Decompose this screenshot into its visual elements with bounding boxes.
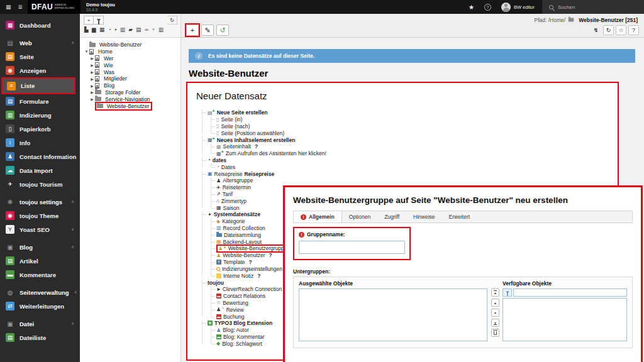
pagetree-node-wie[interactable]: ▶Wie xyxy=(84,62,180,69)
sidebar-item-kommentare[interactable]: ▬Kommentare xyxy=(0,268,80,282)
pagetree-node-storage-folder[interactable]: ▶Storage Folder xyxy=(84,89,180,96)
tab-allgemein[interactable]: !Allgemein xyxy=(294,211,342,222)
pagetree-toggle-icon[interactable]: ≣ xyxy=(18,4,23,10)
help-question-icon[interactable]: ? xyxy=(249,259,252,265)
delete-button[interactable] xyxy=(491,329,499,337)
sidebar-item-toujou-theme[interactable]: ◉toujou Theme xyxy=(0,209,80,222)
sidebar-item-blog[interactable]: ▣Blog∧ xyxy=(0,240,80,254)
refresh-tree-button[interactable]: ↻ xyxy=(167,16,177,25)
wizard-item-seite-in[interactable]: ▯Seite (in) xyxy=(216,116,244,123)
sidebar-item-anzeigen[interactable]: ◉Anzeigen xyxy=(0,63,80,77)
expander-icon[interactable]: ▶ xyxy=(89,97,95,101)
help-question-icon[interactable]: ? xyxy=(257,273,260,279)
wizard-item-zimmertyp[interactable]: ⌂Zimmertyp xyxy=(216,197,248,204)
wizard-item-reisetermin[interactable]: ✈Reisetermin xyxy=(216,184,253,191)
help-question-icon[interactable]: ? xyxy=(269,252,272,258)
wizard-item-template[interactable]: TTemplate? xyxy=(216,259,254,266)
wizard-item-seiteninhalt[interactable]: ▦Seiteninhalt? xyxy=(216,143,260,150)
wizard-item-seite-nach[interactable]: ▯Seite (nach) xyxy=(216,123,252,130)
wizard-item-cleverreach-connection[interactable]: ➤CleverReach Connection xyxy=(216,286,284,293)
tab-optionen[interactable]: Optionen xyxy=(342,211,378,222)
expander-icon[interactable]: ▼ xyxy=(84,50,89,53)
wizard-item-dateisammlung[interactable]: Dateisammlung xyxy=(216,231,263,238)
selected-objects-listbox[interactable] xyxy=(299,288,487,341)
expander-icon[interactable]: ▶ xyxy=(89,63,95,67)
edit-page-button[interactable]: ✎ xyxy=(201,25,214,36)
sidebar-item-indizierung[interactable]: ▥Indizierung xyxy=(0,108,80,122)
help-question-icon[interactable]: ? xyxy=(255,143,258,150)
help-button[interactable]: ? xyxy=(628,25,639,35)
wizard-item-blog-autor[interactable]: ♟Blog: Autor xyxy=(216,327,251,334)
pagetree-node-was[interactable]: ▶Was xyxy=(84,69,180,75)
available-objects-listbox[interactable] xyxy=(502,298,627,341)
sidebar-item-data-import[interactable]: ☁Data Import xyxy=(0,163,80,177)
reload-button[interactable]: ↻ xyxy=(603,25,614,35)
expander-icon[interactable]: ▶ xyxy=(89,77,95,81)
sidebar-item-info[interactable]: iInfo xyxy=(0,136,80,150)
wizard-item-indizierungseinstellungen[interactable]: Indizierungseinstellungen? xyxy=(216,266,291,273)
drag-pagetype-icon-11[interactable]: ▥ xyxy=(158,27,164,33)
drag-pagetype-icon-1[interactable]: ▙ xyxy=(84,27,89,33)
open-recycler-button[interactable]: ↺ xyxy=(216,25,229,36)
sidebar-item-web[interactable]: ▤Web∧ xyxy=(0,36,80,50)
bookmarks-icon[interactable]: ★ xyxy=(469,4,474,11)
modulemenu-toggle-icon[interactable]: ▦ xyxy=(6,4,11,10)
drag-pagetype-icon-7[interactable]: ▰ xyxy=(128,27,133,33)
pagetree-node-website-benutzer[interactable]: Website-Benutzer xyxy=(84,102,180,109)
wizard-item-interne-notiz[interactable]: Interne Notiz? xyxy=(216,272,262,279)
sidebar-item-weiterleitungen[interactable]: ⇄Weiterleitungen xyxy=(0,299,80,313)
sidebar-item-formulare[interactable]: ▤Formulare xyxy=(0,94,80,108)
expander-icon[interactable]: ▶ xyxy=(89,70,95,74)
pagetree-node-website-benutzer[interactable]: Website-Benutzer xyxy=(84,41,180,48)
move-up-button[interactable]: ▲ xyxy=(491,299,499,307)
wizard-item-zum-aufrufen-des-assistenten-hier-klicken[interactable]: ▦+Zum Aufrufen des Assistenten hier klic… xyxy=(216,150,328,157)
wizard-item-tarif[interactable]: ⇗Tarif xyxy=(216,191,235,198)
sidebar-item-seitenverwaltung[interactable]: ◍Seitenverwaltung∧ xyxy=(0,285,80,299)
gruppenname-input[interactable] xyxy=(299,241,405,254)
sidebar-item-contact-information[interactable]: ♟Contact Information xyxy=(0,150,80,163)
expander-icon[interactable]: ▶ xyxy=(89,90,95,94)
new-page-button[interactable]: + xyxy=(84,16,94,25)
available-filter-input[interactable] xyxy=(513,288,627,297)
drag-pagetype-icon-2[interactable]: ▆ xyxy=(92,27,96,33)
help-icon[interactable]: ? xyxy=(484,4,491,11)
drag-pagetype-icon-3[interactable]: ▦ xyxy=(99,27,104,33)
tab-hinweise[interactable]: Hinweise xyxy=(406,211,442,222)
sidebar-item-dashboard[interactable]: ▦Dashboard xyxy=(0,18,80,32)
wizard-item-altersgruppe[interactable]: ♟Altersgruppe xyxy=(216,177,255,184)
filter-available-button[interactable] xyxy=(502,288,512,297)
move-to-bottom-button[interactable]: ▼ xyxy=(491,319,499,327)
sidebar-item-toujou-tourism[interactable]: ✈toujou Tourism xyxy=(0,177,80,191)
wizard-item-blog-kommentar[interactable]: ▬Blog: Kommentar xyxy=(216,334,267,341)
pagetree-node-home[interactable]: ▼Home xyxy=(84,48,180,55)
bookmark-button[interactable]: ☆ xyxy=(616,25,626,35)
wizard-item-dates[interactable]: ◔Dates xyxy=(216,163,237,170)
sidebar-item-papierkorb[interactable]: ▯Papierkorb xyxy=(0,122,80,136)
drag-pagetype-icon-5[interactable]: ▪ xyxy=(114,27,116,33)
drag-pagetype-icon-10[interactable]: ÷ xyxy=(152,27,155,33)
pagetree-node-wer[interactable]: ▶Wer xyxy=(84,55,180,62)
brand-logo[interactable]: DFAU IDEEN INENTWICKLUNG xyxy=(28,0,80,14)
global-search[interactable]: Suchen xyxy=(542,0,644,14)
tab-zugriff[interactable]: Zugriff xyxy=(377,211,406,222)
wizard-item-bewertung[interactable]: ☆Bewertung xyxy=(216,300,250,307)
clear-cache-button[interactable]: ↯ xyxy=(591,25,601,35)
drag-pagetype-icon-4[interactable]: ◔ xyxy=(108,27,111,33)
sidebar-item-liste[interactable]: ≡Liste xyxy=(1,77,75,94)
tab-erweitert[interactable]: Erweitert xyxy=(442,211,477,222)
sidebar-item-dateiliste[interactable]: ▤Dateiliste xyxy=(0,331,80,344)
user-menu[interactable]: BW editor xyxy=(501,3,535,12)
pagetree-node-blog[interactable]: ▶Blog xyxy=(84,82,180,89)
sidebar-item-seite[interactable]: ▤Seite xyxy=(0,50,80,63)
wizard-item-record-collection[interactable]: ▥Record Collection xyxy=(216,225,267,232)
wizard-item-contact-relations[interactable]: ▬Contact Relations xyxy=(216,293,267,300)
expander-icon[interactable]: ▶ xyxy=(89,56,95,60)
move-down-button[interactable]: ▼ xyxy=(491,309,499,317)
move-to-top-button[interactable]: ▲ xyxy=(491,288,499,297)
wizard-item-buchung[interactable]: ▬Buchung xyxy=(216,313,247,320)
expander-icon[interactable]: ▶ xyxy=(89,84,95,88)
wizard-item-review[interactable]: ♟☆Review xyxy=(216,306,246,313)
sidebar-item-yoast-seo[interactable]: YYoast SEO∨ xyxy=(0,222,80,236)
wizard-item-blog-schlagwort[interactable]: ◆Blog: Schlagwort xyxy=(216,340,264,347)
filter-button[interactable] xyxy=(94,16,104,25)
